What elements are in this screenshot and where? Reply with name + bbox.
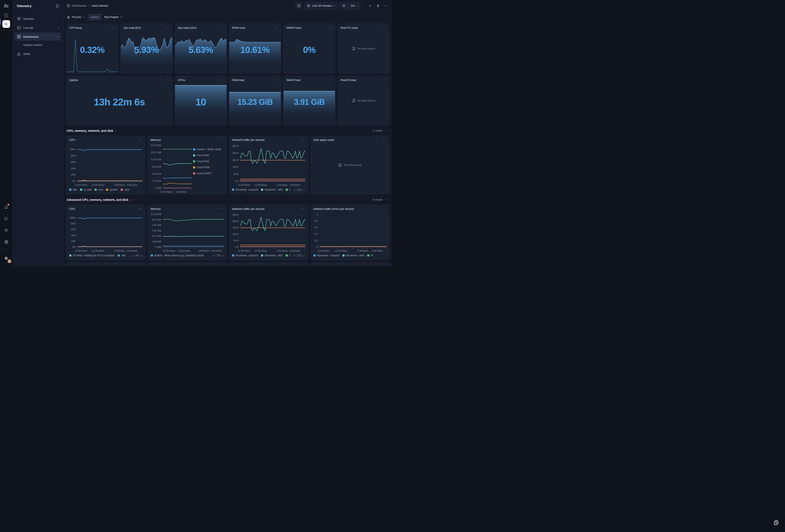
legend-swatch [261,189,263,191]
legend-swatch [261,255,263,257]
legend-item[interactable]: Free RAM [193,154,224,157]
breadcrumb-dashboards-link[interactable]: Dashboards [67,4,87,7]
panel-menu-icon[interactable]: ••• [220,26,224,29]
panel-menu-icon[interactable]: ••• [138,207,143,210]
collapse-sidebar-icon[interactable] [55,3,60,8]
panel-ram-total: RAM total ••• 15.23 GiB [229,76,281,125]
notifications-bell-icon[interactable] [2,203,10,211]
legend-item[interactable]: Received - eth0 [343,254,364,257]
sidebar-item-sources[interactable]: Sources [15,15,61,23]
legend-item[interactable]: Received - erspan0 [313,254,339,257]
sidebar-item-explore-metrics[interactable]: Explore metrics [23,41,61,49]
svg-text:9.31 GiB: 9.31 GiB [152,218,161,221]
legend-item[interactable]: Received - eth0 [261,254,283,257]
legend-pager[interactable]: ◀1/5▶ [132,254,143,257]
panel-menu-icon[interactable]: ••• [383,138,386,141]
no-data-state: No data found [311,136,389,194]
legend-item[interactable]: idle [69,188,77,191]
panel-menu-icon[interactable]: ••• [274,26,278,29]
cpu-advanced-line-chart[interactable]: 0%20%40%60%80%100%12:42:00am12:50:00am1:… [68,211,144,253]
cpu-line-chart[interactable]: 0%20%40%60%80%100%12:42:00am12:50:00am1:… [68,141,144,187]
section-chart-count: 4 charts [373,129,383,132]
legend-item[interactable]: nice [95,188,103,191]
sidebar-item-alerts[interactable]: Alerts [15,50,61,58]
add-panel-button[interactable]: + [367,2,373,9]
panel-menu-icon[interactable]: ••• [220,207,224,210]
user-avatar[interactable]: R NF [2,255,10,263]
panel-menu-icon[interactable]: ••• [328,78,332,81]
network-line-chart[interactable]: 0 B50 B100 B150 B200 B250 B12:42:00am12:… [231,141,307,187]
legend-item[interactable]: Total RAM [193,160,224,163]
legend-pager[interactable]: ◀1/3▶ [213,254,224,257]
panel-menu-icon[interactable]: ••• [166,26,170,29]
stat-value: 10 [175,96,227,108]
network-errors-line-chart[interactable]: 00.20.40.60.8112:42:00am12:50:00am1:00:0… [312,211,388,253]
legend-item[interactable]: Buffers - Block device (e.g. harddisk) c… [151,254,204,257]
panel-menu-icon[interactable]: ••• [383,78,386,81]
more-options-icon[interactable]: ••• [383,2,389,9]
panel-menu-icon[interactable]: ••• [138,138,143,141]
panel-menu-icon[interactable]: ••• [301,138,305,141]
main-panel: Dashboards Host (Vector) Last 30 minutes [63,0,392,266]
legend-item[interactable]: Cache + Buffer RAM [193,148,224,151]
legend-item[interactable]: io_wait [80,188,92,191]
time-range-picker[interactable]: Last 30 minutes [304,2,338,9]
refresh-control: 15s [339,2,360,9]
filter-bar: Presets source Test Project [63,11,392,23]
quick-connect-icon[interactable] [2,11,10,19]
section-menu-icon[interactable]: ••• [385,129,389,132]
svg-text:0 B: 0 B [235,246,238,248]
panel-menu-icon[interactable]: ••• [328,26,332,29]
refresh-interval-select[interactable]: 15s [348,2,360,9]
panel-menu-icon[interactable]: ••• [220,138,224,141]
legend-item[interactable]: Used RAM [193,166,224,169]
legend-item[interactable]: Used SWAP [193,172,224,175]
panel-menu-icon[interactable]: ••• [383,26,386,29]
panel-menu-icon[interactable]: ••• [383,207,386,210]
memory-line-chart[interactable]: 0 GiB2.79 GiB5.59 GiB8.38 GiB11.18 GiB13… [149,141,193,194]
panel-menu-icon[interactable]: ••• [111,26,115,29]
panel-menu-icon[interactable]: ••• [274,78,278,81]
quick-actions-bolt-icon[interactable] [375,2,381,9]
layers-icon [67,16,70,19]
legend-item[interactable]: Received - erspan0 [232,254,258,257]
legend-pager[interactable]: ◀1/11▶ [294,188,305,191]
source-filter[interactable]: source Test Project [88,14,125,20]
network-advanced-line-chart[interactable]: 0 B50 B100 B150 B200 B250 B12:42:00am12:… [231,211,307,253]
section-toggle[interactable]: CPU, memory, network, and disk [67,129,117,132]
legend-item[interactable]: Idle [118,254,125,257]
legend-pager[interactable]: ◀1/11▶ [294,254,305,257]
refresh-button[interactable] [340,2,348,9]
sidebar-item-dashboards[interactable]: Dashboards [15,33,61,41]
legend-item[interactable]: Received - lo [286,188,290,191]
theme-sun-icon[interactable] [2,227,10,234]
svg-text:100 B: 100 B [232,166,238,168]
legend-item[interactable]: Received - eth0 [261,188,283,191]
feedback-chat-icon[interactable] [2,215,10,222]
legend-item[interactable]: user [121,188,129,191]
legend-swatch [151,255,153,257]
panel-menu-icon[interactable]: ••• [301,207,305,210]
keyboard-shortcuts-icon[interactable] [2,238,10,246]
section-menu-icon[interactable]: ••• [385,198,389,201]
legend-item[interactable]: system [106,188,118,191]
workspace-title: Telemetry [17,4,31,8]
section-toggle[interactable]: Advanced CPU, memory, network, and disk [67,198,132,202]
legend-item[interactable]: Received - lo [367,254,373,257]
legend-item[interactable]: I/O Wait - Waiting for I/O to complete [69,254,115,257]
chart-panel-memory: Memory ••• 0 GiB2.79 GiB5.59 GiB8.38 GiB… [148,136,227,194]
panel-menu-icon[interactable]: ••• [166,78,170,81]
chart-row-2: CPU ••• 0%20%40%60%80%100%12:42:00am12:5… [66,205,389,260]
alert-triangle-icon [17,52,21,56]
legend-swatch [193,148,195,151]
svg-text:1:06:00am: 1:06:00am [126,184,137,186]
panel-menu-icon[interactable]: ••• [220,78,224,81]
presets-dropdown[interactable]: Presets [67,16,84,19]
sidebar-item-live-tail[interactable]: Live tail [15,24,61,32]
panel-terminal-button[interactable] [295,2,302,9]
memory-advanced-line-chart[interactable]: 0 GiB1.86 GiB3.73 GiB5.59 GiB7.45 GiB9.3… [149,211,225,253]
pager-next-icon: ▶ [303,255,305,257]
legend-item[interactable]: Received - lo [286,254,290,257]
telemetry-section-icon[interactable] [2,20,10,28]
legend-item[interactable]: Received - erspan0 [232,188,258,191]
